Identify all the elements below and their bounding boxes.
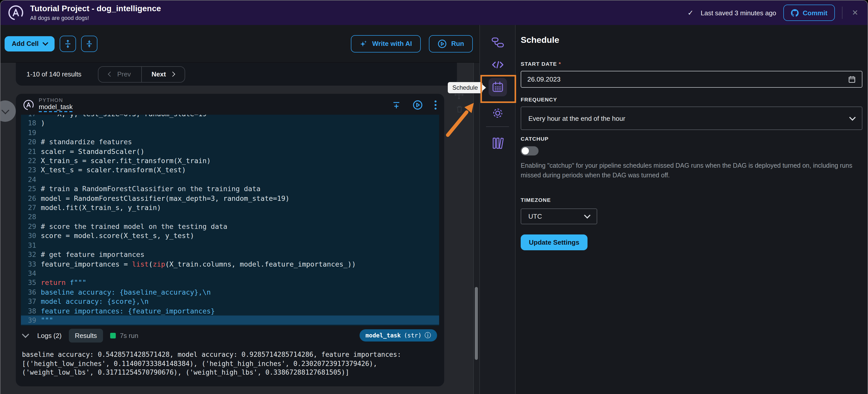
app-header: Tutorial Project - dog_intelligence All … [1, 1, 867, 25]
timezone-value: UTC [528, 212, 542, 220]
commit-button-label: Commit [803, 9, 828, 17]
line-number: 20 [21, 137, 41, 146]
write-with-ai-button[interactable]: Write with AI [351, 35, 421, 52]
start-date-value: 26.09.2023 [527, 75, 560, 83]
code-line-text [41, 128, 45, 137]
add-cell-label: Add Cell [12, 40, 38, 47]
python-cell-card: PYTHON model_task [16, 94, 444, 386]
cell-name[interactable]: model_task [39, 103, 73, 112]
date-picker-icon[interactable] [848, 75, 856, 83]
run-cell-icon[interactable] [412, 100, 423, 110]
collapse-cell-button[interactable] [0, 100, 16, 122]
toggle-knob [522, 147, 529, 155]
timezone-select[interactable]: UTC [521, 208, 597, 224]
catchup-description: Enabling "catchup" for your pipeline sch… [521, 161, 862, 180]
chevron-left-icon [108, 72, 113, 77]
run-button[interactable]: Run [429, 35, 473, 52]
sidebar-item-schedule[interactable] [488, 78, 507, 96]
code-line-text: # train a RandomForestClassifier on the … [41, 184, 260, 194]
code-line: 30score = model.score(X_test_s, y_test) [21, 231, 439, 240]
kebab-menu-icon[interactable] [434, 100, 437, 110]
header-divider [842, 7, 843, 19]
line-number: 34 [21, 269, 41, 278]
cell-output: baseline accuracy: 0.5428571428571428, m… [16, 345, 444, 377]
output-line: ('weight_low_lbs', 0.31711254570790676),… [22, 368, 437, 377]
trash-icon[interactable] [455, 104, 464, 114]
next-page-button[interactable]: Next [142, 67, 184, 82]
collapse-output-icon[interactable] [22, 331, 29, 338]
line-number: 30 [21, 231, 41, 240]
line-number: 21 [21, 146, 41, 156]
project-title: Tutorial Project - dog_intelligence [30, 4, 161, 14]
notebook-toolbar: Add Cell [1, 25, 479, 62]
code-line: 22X_train_s = scaler.fit_transform(X_tra… [21, 156, 439, 165]
sidebar-item-library[interactable] [490, 136, 505, 151]
line-number: 32 [21, 250, 41, 259]
run-button-label: Run [451, 40, 464, 47]
code-icon [490, 58, 505, 72]
code-line-text [41, 175, 45, 184]
line-number: 22 [21, 156, 41, 165]
code-line-text: # standardize features [41, 137, 132, 146]
start-date-label: START DATE * [521, 61, 862, 67]
output-variable-badge[interactable]: model_task (str) ⓘ [359, 329, 437, 341]
code-line: 17 X, y, test_size=0.3, random_state=19 [21, 115, 439, 119]
start-date-input[interactable]: 26.09.2023 [521, 71, 862, 88]
close-icon[interactable]: ✕ [850, 8, 860, 17]
gear-icon [490, 106, 505, 120]
logs-tab[interactable]: Logs (2) [37, 332, 61, 339]
saved-check-icon: ✓ [687, 9, 693, 17]
code-line-text: # score the trained model on the testing… [41, 222, 227, 231]
line-number: 36 [21, 287, 41, 297]
code-line-text: X_test_s = scaler.transform(X_test) [41, 165, 186, 175]
line-number: 17 [21, 115, 41, 119]
output-line: [('height_low_inches', 0.114007333841483… [22, 359, 437, 368]
code-line: 32# get feature importances [21, 250, 439, 259]
line-number: 29 [21, 222, 41, 231]
next-page-label: Next [152, 70, 166, 78]
move-handle-icon[interactable] [454, 89, 465, 100]
notebook-scrollbar-track[interactable] [473, 63, 479, 394]
success-status-icon [110, 333, 116, 338]
line-number: 38 [21, 306, 41, 316]
frequency-select[interactable]: Every hour at the end of the hour [521, 106, 862, 130]
expand-all-cells-button[interactable] [59, 35, 76, 52]
sidebar-divider [486, 126, 509, 127]
code-line: 37model accuracy: {score},\n [21, 297, 439, 306]
update-settings-button[interactable]: Update Settings [521, 234, 588, 250]
runtime-text: 7s run [120, 332, 138, 339]
results-tab[interactable]: Results [69, 329, 103, 342]
commit-button[interactable]: Commit [783, 5, 835, 21]
line-number: 23 [21, 165, 41, 175]
code-line: 21scaler = StandardScaler() [21, 146, 439, 156]
code-line-text [41, 269, 45, 278]
sidebar-item-pipeline[interactable] [490, 35, 505, 50]
code-line: 27model.fit(X_train_s, y_train) [21, 203, 439, 212]
code-editor[interactable]: 17 X, y, test_size=0.3, random_state=191… [21, 115, 439, 326]
output-line: baseline accuracy: 0.5428571428571428, m… [22, 350, 437, 359]
last-saved-text: Last saved 3 minutes ago [701, 9, 776, 17]
right-sidebar [479, 25, 516, 394]
schedule-panel: Schedule START DATE * 26.09.2023 FREQUEN… [516, 25, 867, 394]
notebook-scrollbar-thumb[interactable] [475, 287, 478, 360]
add-cell-button[interactable]: Add Cell [5, 36, 54, 51]
expand-vertical-icon [63, 39, 72, 48]
astronomer-cell-icon [23, 99, 34, 110]
code-line: 35return f""" [21, 278, 439, 288]
code-line: 25# train a RandomForestClassifier on th… [21, 184, 439, 194]
code-line-text: ) [41, 119, 45, 128]
catchup-toggle[interactable] [521, 146, 538, 156]
code-line-text: model.fit(X_train_s, y_train) [41, 203, 161, 212]
sidebar-item-code[interactable] [490, 58, 505, 72]
catchup-label: CATCHUP [521, 136, 862, 142]
sidebar-item-settings[interactable] [490, 106, 505, 120]
code-line-text: feature_importances = list(zip(X_train.c… [41, 259, 356, 269]
code-line: 24 [21, 175, 439, 184]
insert-cell-icon[interactable] [392, 100, 401, 109]
code-line-text: model = RandomForestClassifier(max_depth… [41, 193, 289, 203]
code-line-text: feature importances: {feature_importance… [41, 306, 215, 316]
prev-page-button[interactable]: Prev [98, 67, 142, 82]
required-asterisk: * [559, 61, 561, 67]
line-number: 28 [21, 212, 41, 222]
collapse-all-cells-button[interactable] [81, 35, 97, 52]
